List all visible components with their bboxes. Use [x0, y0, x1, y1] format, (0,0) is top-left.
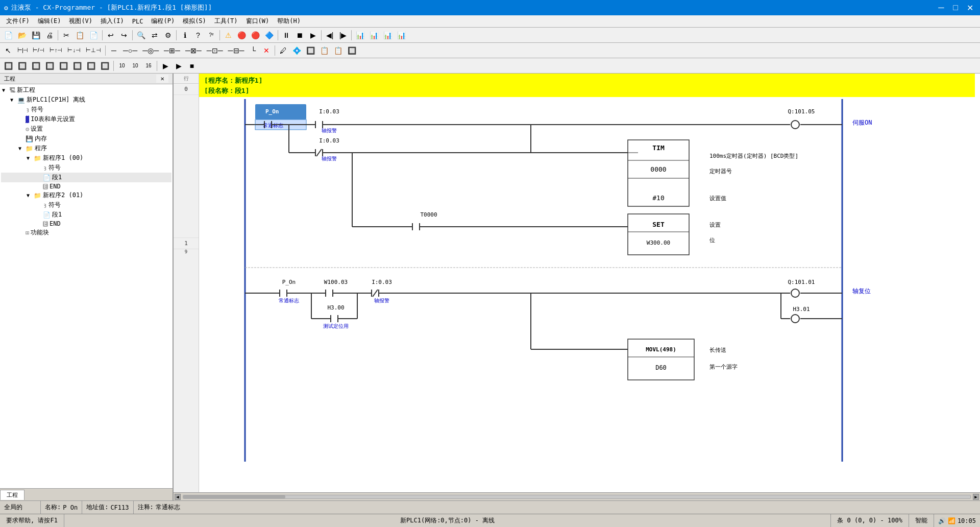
panel-close-btn[interactable]: ✕ [156, 75, 168, 83]
tb-compare[interactable]: ⚙ [162, 29, 174, 41]
tb-contact-neg[interactable]: ⊢↓⊣ [65, 44, 83, 57]
tb-monitor4[interactable]: 📊 [395, 29, 408, 41]
tb-lbranch[interactable]: └ [247, 44, 259, 57]
menu-program[interactable]: 编程(P) [147, 16, 179, 27]
tree-item-program[interactable]: ▼ 📁 程序 [1, 143, 172, 153]
h-scroll-track[interactable] [183, 495, 971, 499]
tb-del-contact[interactable]: ✕ [260, 44, 273, 57]
tb-step-fwd2[interactable]: ▶ [159, 60, 172, 72]
tb-contact-no[interactable]: ⊢|⊣ [15, 44, 30, 57]
tb-step-fwd3[interactable]: ▶ [173, 60, 185, 72]
tb-block5[interactable]: 🔲 [346, 44, 358, 57]
menu-help[interactable]: 帮助(H) [273, 16, 305, 27]
scroll-right-btn[interactable]: ▶ [973, 494, 979, 500]
menu-view[interactable]: 视图(V) [65, 16, 96, 27]
tb-copy[interactable]: 📋 [74, 29, 86, 41]
tb-diamond[interactable]: 🔷 [263, 29, 276, 41]
tree-item-new-project[interactable]: ▼ 🏗 新工程 [1, 85, 172, 95]
tb-io4[interactable]: 🔲 [43, 60, 56, 72]
expand-btn-prog2[interactable]: ▼ [27, 193, 34, 198]
tb-block1[interactable]: 💠 [290, 44, 303, 57]
expand-btn-plc1[interactable]: ▼ [10, 97, 17, 103]
panel-tab-project[interactable]: 工程 [0, 490, 24, 500]
tb-coil-set[interactable]: ─⊞─ [162, 44, 182, 57]
tree-item-symbol[interactable]: ꜣ 符号 [1, 105, 172, 114]
tb-io7[interactable]: 🔲 [85, 60, 97, 72]
tb-block3[interactable]: 📋 [318, 44, 331, 57]
tb-10dec2[interactable]: 10 [129, 60, 141, 72]
scroll-left-btn[interactable]: ◀ [175, 494, 181, 500]
tb-block2[interactable]: 🔲 [304, 44, 317, 57]
tb-contact-type5[interactable]: ⊢⊥⊣ [84, 44, 103, 57]
h-scrollbar[interactable]: ◀ ▶ [174, 492, 980, 500]
tb-contact-nc[interactable]: ⊢/⊣ [31, 44, 46, 57]
tree-item-prog1[interactable]: ▼ 📁 新程序1 (00) [1, 153, 172, 163]
tb-io1[interactable]: 🔲 [2, 60, 15, 72]
tree-item-prog2-seg1[interactable]: 📄 段1 [1, 210, 172, 220]
tb-io8[interactable]: 🔲 [99, 60, 111, 72]
tree-item-func-block[interactable]: ⊞ 功能块 [1, 228, 172, 237]
tb-coil-no[interactable]: ─○─ [121, 44, 139, 57]
tb-io2[interactable]: 🔲 [16, 60, 29, 72]
window-controls[interactable]: ─ □ ✕ [935, 2, 976, 14]
h-scroll-thumb[interactable] [183, 495, 285, 498]
tb-pause[interactable]: ⏸ [280, 29, 292, 41]
tree-item-prog1-sym[interactable]: ꜣ 符号 [1, 163, 172, 173]
menu-insert[interactable]: 插入(I) [96, 16, 128, 27]
tb-stop[interactable]: ⏹ [293, 29, 306, 41]
tree-item-memory[interactable]: 💾 内存 [1, 134, 172, 143]
tb-monitor2[interactable]: 📊 [368, 29, 380, 41]
menu-edit[interactable]: 编辑(E) [34, 16, 65, 27]
tb-err2[interactable]: 🔴 [249, 29, 262, 41]
tb-info[interactable]: ℹ [179, 29, 191, 41]
expand-btn-program[interactable]: ▼ [18, 146, 26, 151]
tb-redo[interactable]: ↪ [118, 29, 130, 41]
tb-run[interactable]: ▶ [307, 29, 319, 41]
tb-coil-type2[interactable]: ─⊟─ [226, 44, 247, 57]
tb-step-fwd[interactable]: |▶ [337, 29, 349, 41]
tb-print[interactable]: 🖨 [43, 29, 56, 41]
tb-err1[interactable]: 🔴 [235, 29, 248, 41]
menu-simulate[interactable]: 模拟(S) [179, 16, 210, 27]
tb-help2[interactable]: ?² [205, 29, 217, 41]
tb-hline[interactable]: ─ [108, 44, 120, 57]
tb-instr[interactable]: 🖊 [277, 44, 289, 57]
tb-open[interactable]: 📂 [16, 29, 29, 41]
tree-container[interactable]: ▼ 🏗 新工程 ▼ 💻 新PLC1[CP1H] 离线 ꜣ 符号 ▓ IO表和单元… [0, 84, 173, 488]
tb-16hex[interactable]: 16 [142, 60, 155, 72]
tb-cursor[interactable]: ↖ [2, 44, 14, 57]
tb-io3[interactable]: 🔲 [30, 60, 42, 72]
tb-blk[interactable]: ■ [186, 60, 198, 72]
tb-block4[interactable]: 📋 [332, 44, 345, 57]
expand-btn-prog1[interactable]: ▼ [27, 155, 34, 161]
tb-10dec[interactable]: 10 [116, 60, 128, 72]
tb-save[interactable]: 💾 [30, 29, 42, 41]
tb-coil-type[interactable]: ─⊡─ [205, 44, 225, 57]
tb-monitor3[interactable]: 📊 [381, 29, 394, 41]
tree-item-prog2-sym[interactable]: ꜣ 符号 [1, 200, 172, 210]
tb-find[interactable]: 🔍 [135, 29, 148, 41]
tb-paste[interactable]: 📄 [87, 29, 100, 41]
tb-new[interactable]: 📄 [2, 29, 15, 41]
minimize-button[interactable]: ─ [935, 2, 947, 14]
tb-coil-nc[interactable]: ─◎─ [140, 44, 161, 57]
close-button[interactable]: ✕ [964, 2, 976, 14]
maximize-button[interactable]: □ [949, 2, 962, 14]
expand-btn-project[interactable]: ▼ [2, 87, 9, 93]
tree-item-prog1-seg1[interactable]: 📄 段1 [1, 173, 172, 182]
tree-item-prog2-end[interactable]: E END [1, 220, 172, 228]
tb-warn[interactable]: ⚠ [222, 29, 234, 41]
tb-undo[interactable]: ↩ [105, 29, 117, 41]
tree-item-prog1-end[interactable]: E END [1, 182, 172, 190]
tb-step-back[interactable]: ◀| [324, 29, 336, 41]
tb-io6[interactable]: 🔲 [71, 60, 84, 72]
tb-contact-pos[interactable]: ⊢↑⊣ [47, 44, 65, 57]
menu-plc[interactable]: PLC [128, 17, 148, 26]
ladder-diagram-area[interactable]: [程序名：新程序1] [段名称：段1] P_On 常通 [199, 74, 980, 492]
menu-window[interactable]: 窗口(W) [242, 16, 274, 27]
tb-transfer[interactable]: ⇄ [149, 29, 161, 41]
tb-coil-rst[interactable]: ─⊠─ [183, 44, 204, 57]
menu-file[interactable]: 文件(F) [2, 16, 34, 27]
tree-item-settings[interactable]: ⚙ 设置 [1, 124, 172, 134]
tree-item-prog2[interactable]: ▼ 📁 新程序2 (01) [1, 190, 172, 200]
